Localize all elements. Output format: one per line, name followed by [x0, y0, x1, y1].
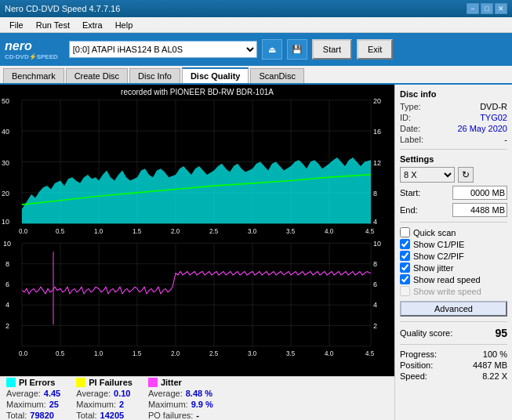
- pi-failures-group: PI Failures Average: 0.10 Maximum: 2 Tot…: [76, 378, 133, 420]
- start-row: Start:: [400, 186, 507, 200]
- svg-text:2: 2: [373, 320, 377, 329]
- tab-benchmark[interactable]: Benchmark: [3, 68, 64, 83]
- quick-scan-checkbox[interactable]: [400, 227, 410, 237]
- svg-text:2: 2: [5, 320, 9, 329]
- pi-avg-value: 4.45: [44, 389, 60, 398]
- show-read-speed-label: Show read speed: [413, 275, 481, 284]
- logo-nero: nero: [5, 39, 32, 53]
- menu-extra[interactable]: Extra: [76, 19, 109, 31]
- disc-label-label: Label:: [400, 135, 423, 144]
- show-read-speed-checkbox[interactable]: [400, 274, 410, 284]
- progress-label: Progress:: [400, 349, 437, 359]
- pif-avg-row: Average: 0.10: [76, 389, 133, 398]
- end-input[interactable]: [452, 203, 507, 217]
- minimize-button[interactable]: −: [467, 3, 479, 14]
- svg-text:20: 20: [2, 189, 9, 197]
- menu-file[interactable]: File: [3, 19, 30, 31]
- jit-max-value: 9.9 %: [191, 400, 213, 409]
- show-c1pie-checkbox[interactable]: [400, 239, 410, 249]
- disc-id-row: ID: TYG02: [400, 113, 507, 122]
- chart-area: recorded with PIONEER BD-RW BDR-101A: [0, 85, 394, 420]
- tab-disc-info[interactable]: Disc Info: [129, 68, 180, 83]
- pi-failures-label: PI Failures: [89, 378, 133, 387]
- svg-text:8: 8: [5, 259, 9, 268]
- disc-id-value: TYG02: [480, 113, 507, 122]
- show-c2pif-label: Show C2/PIF: [413, 252, 464, 261]
- jit-max-label: Maximum:: [148, 400, 188, 409]
- menubar: File Run Test Extra Help: [0, 17, 512, 33]
- disc-info-title: Disc info: [400, 89, 507, 99]
- svg-text:6: 6: [373, 280, 377, 288]
- show-jitter-row: Show jitter: [400, 262, 507, 273]
- quick-scan-row: Quick scan: [400, 227, 507, 237]
- start-input[interactable]: [452, 186, 507, 200]
- speed-select[interactable]: 8 X: [400, 167, 455, 183]
- show-jitter-checkbox[interactable]: [400, 262, 410, 273]
- disc-date-value: 26 May 2020: [457, 124, 507, 133]
- menu-help[interactable]: Help: [109, 19, 140, 31]
- pi-avg-row: Average: 4.45: [6, 389, 60, 398]
- svg-text:4: 4: [5, 300, 9, 309]
- pif-max-label: Maximum:: [76, 400, 116, 409]
- disc-date-label: Date:: [400, 124, 420, 133]
- tab-scandisc[interactable]: ScanDisc: [250, 68, 303, 83]
- chart-title: recorded with PIONEER BD-RW BDR-101A: [0, 88, 394, 96]
- quick-scan-label: Quick scan: [413, 228, 456, 237]
- tab-bar: Benchmark Create Disc Disc Info Disc Qua…: [0, 66, 512, 85]
- start-button[interactable]: Start: [312, 39, 352, 60]
- svg-text:12: 12: [373, 158, 381, 166]
- chart-container: 50 40 30 20 10 20 16 12 8 4 0.0 0.5 1.0 …: [0, 85, 394, 376]
- logo: nero CD·DVD⚡SPEED: [5, 39, 58, 60]
- tab-create-disc[interactable]: Create Disc: [66, 68, 128, 83]
- svg-text:8: 8: [373, 259, 377, 268]
- quality-score-label: Quality score:: [400, 328, 452, 338]
- divider-2: [400, 222, 507, 223]
- svg-text:0.5: 0.5: [56, 349, 64, 357]
- jitter-label: Jitter: [161, 378, 182, 387]
- show-c2pif-checkbox[interactable]: [400, 251, 410, 261]
- speed-row: 8 X ↻: [400, 167, 507, 183]
- maximize-button[interactable]: □: [481, 3, 493, 14]
- divider-1: [400, 149, 507, 150]
- svg-text:40: 40: [2, 127, 9, 136]
- advanced-button[interactable]: Advanced: [400, 301, 507, 317]
- svg-text:2.5: 2.5: [209, 227, 218, 235]
- menu-run-test[interactable]: Run Test: [30, 19, 76, 31]
- svg-text:0.0: 0.0: [19, 349, 27, 357]
- po-failures-value: -: [196, 411, 199, 420]
- exit-button[interactable]: Exit: [357, 39, 393, 60]
- titlebar: Nero CD-DVD Speed 4.7.7.16 − □ ✕: [0, 0, 512, 17]
- svg-text:4: 4: [373, 300, 377, 309]
- refresh-icon[interactable]: ↻: [458, 167, 474, 183]
- progress-value: 100 %: [483, 349, 507, 359]
- stats-bar: PI Errors Average: 4.45 Maximum: 25 Tota…: [0, 376, 394, 420]
- show-write-speed-row: Show write speed: [400, 286, 507, 296]
- disc-label-row: Label: -: [400, 135, 507, 144]
- pif-max-row: Maximum: 2: [76, 400, 133, 409]
- svg-text:10: 10: [2, 217, 9, 226]
- drive-select[interactable]: [0:0] ATAPI iHAS124 B AL0S: [69, 41, 257, 58]
- disc-id-label: ID:: [400, 113, 411, 122]
- pi-total-label: Total:: [6, 411, 27, 420]
- svg-text:3.0: 3.0: [248, 227, 256, 235]
- svg-text:4.5: 4.5: [365, 349, 374, 357]
- svg-text:50: 50: [2, 96, 9, 105]
- svg-text:1.5: 1.5: [133, 227, 141, 235]
- svg-text:1.0: 1.0: [94, 227, 103, 235]
- disc-type-row: Type: DVD-R: [400, 102, 507, 111]
- tab-disc-quality[interactable]: Disc Quality: [182, 67, 249, 83]
- disc-label-value: -: [504, 135, 507, 144]
- pif-total-label: Total:: [76, 411, 96, 420]
- position-row: Position: 4487 MB: [400, 360, 507, 370]
- eject-icon[interactable]: ⏏: [262, 39, 282, 60]
- position-label: Position:: [400, 360, 433, 370]
- save-icon[interactable]: 💾: [287, 39, 307, 60]
- divider-4: [400, 344, 507, 345]
- svg-text:2.5: 2.5: [209, 349, 218, 357]
- jit-avg-value: 8.48 %: [186, 389, 212, 398]
- svg-text:3.5: 3.5: [286, 227, 295, 235]
- settings-title: Settings: [400, 154, 507, 164]
- logo-sub: CD·DVD⚡SPEED: [5, 53, 58, 60]
- close-button[interactable]: ✕: [495, 3, 507, 14]
- show-read-speed-row: Show read speed: [400, 274, 507, 284]
